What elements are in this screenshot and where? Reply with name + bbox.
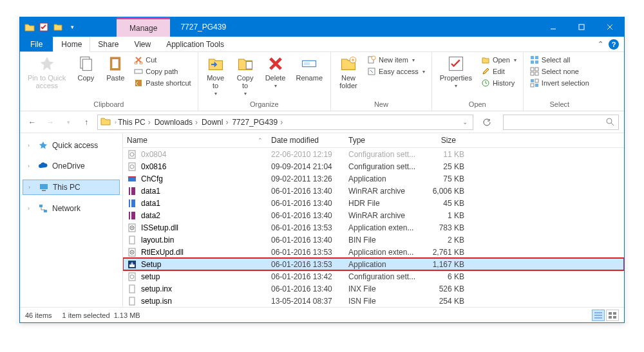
invert-selection-button[interactable]: Invert selection: [527, 78, 592, 88]
svg-point-31: [607, 118, 612, 124]
column-size[interactable]: Size: [421, 133, 460, 147]
tree-this-pc[interactable]: › This PC: [23, 180, 120, 195]
svg-rect-1: [579, 24, 584, 30]
file-row[interactable]: 0x080422-06-2010 12:19Configuration sett…: [123, 148, 624, 160]
column-name[interactable]: Name ⌃: [123, 133, 267, 147]
file-type-icon: [127, 198, 137, 208]
new-item-button[interactable]: New item ▾: [365, 55, 428, 65]
help-icon[interactable]: ?: [609, 39, 619, 50]
column-type[interactable]: Type: [345, 133, 421, 147]
contextual-tab-manage[interactable]: Manage: [117, 17, 170, 37]
ribbon-group-new: New folder New item ▾ Easy access ▾ New: [331, 52, 432, 111]
tree-quick-access[interactable]: › Quick access: [23, 138, 120, 153]
chevron-down-icon: ▾: [455, 83, 457, 89]
icons-view-button[interactable]: [606, 310, 619, 321]
qat-dropdown-icon[interactable]: ▾: [66, 21, 78, 33]
file-row[interactable]: RtlExUpd.dll06-01-2016 13:53Application …: [123, 246, 624, 258]
file-type: Application exten...: [348, 248, 424, 257]
file-type: BIN File: [348, 236, 424, 245]
new-folder-button[interactable]: New folder: [335, 53, 362, 91]
refresh-button[interactable]: [480, 115, 494, 129]
crumb-7727[interactable]: 7727_PG439: [232, 118, 285, 127]
svg-rect-19: [531, 56, 534, 59]
svg-rect-25: [531, 72, 534, 75]
forward-button[interactable]: →: [43, 115, 57, 129]
chevron-down-icon: ▾: [274, 83, 277, 89]
tab-view[interactable]: View: [126, 37, 158, 51]
tab-application-tools[interactable]: Application Tools: [158, 37, 232, 51]
address-dropdown-icon[interactable]: ⌄: [462, 118, 470, 125]
column-date[interactable]: Date modified: [267, 133, 345, 147]
close-button[interactable]: [596, 17, 624, 37]
properties-button[interactable]: Properties ▾: [436, 53, 476, 90]
rename-button[interactable]: Rename: [292, 53, 327, 83]
chevron-down-icon: ▾: [412, 57, 415, 63]
expand-icon[interactable]: ›: [28, 142, 34, 149]
file-type: Application: [348, 174, 424, 183]
file-row[interactable]: Setup06-01-2016 13:53Application1,167 KB: [123, 258, 624, 270]
paste-button[interactable]: Paste: [102, 53, 129, 83]
ribbon-group-label: New: [335, 100, 428, 109]
copy-to-button[interactable]: Copy to ▾: [232, 53, 259, 98]
tree-network[interactable]: › Network: [23, 201, 120, 216]
expand-icon[interactable]: ›: [28, 205, 34, 212]
tab-file[interactable]: File: [20, 37, 53, 51]
file-list: Name ⌃ Date modified Type Size 0x080422-…: [123, 133, 624, 307]
file-row[interactable]: setup.isn13-05-2014 08:37ISN File254 KB: [123, 295, 624, 307]
file-date: 06-01-2016 13:53: [271, 223, 348, 232]
details-view-button[interactable]: [592, 310, 605, 321]
file-type-icon: [127, 272, 137, 282]
file-date: 06-01-2016 13:40: [271, 236, 348, 245]
copy-path-button[interactable]: Copy path: [131, 66, 193, 77]
file-row[interactable]: data106-01-2016 13:40HDR File45 KB: [123, 197, 624, 209]
ribbon-tabs: File Home Share View Application Tools ⌃…: [20, 37, 624, 52]
collapse-ribbon-icon[interactable]: ⌃: [598, 40, 603, 48]
expand-icon[interactable]: ›: [28, 163, 34, 169]
file-row[interactable]: ChCfg09-02-2011 13:26Application75 KB: [123, 172, 624, 185]
pin-to-quick-access-button[interactable]: Pin to Quick access: [24, 53, 70, 91]
up-button[interactable]: ↑: [79, 115, 93, 129]
file-row[interactable]: layout.bin06-01-2016 13:40BIN File2 KB: [123, 234, 624, 246]
file-name: ChCfg: [141, 174, 271, 183]
tab-home[interactable]: Home: [53, 37, 90, 52]
tab-share[interactable]: Share: [90, 37, 126, 51]
copy-button[interactable]: Copy: [72, 53, 99, 83]
cut-button[interactable]: Cut: [131, 55, 193, 65]
file-row[interactable]: setup.inx06-01-2016 13:40INX File526 KB: [123, 283, 624, 295]
open-button[interactable]: Open ▾: [478, 55, 519, 65]
file-date: 06-01-2016 13:40: [271, 187, 348, 196]
minimize-button[interactable]: [539, 17, 567, 37]
crumb-this-pc[interactable]: This PC: [118, 118, 153, 127]
search-input[interactable]: [503, 115, 619, 130]
history-button[interactable]: History: [478, 78, 519, 88]
tree-onedrive[interactable]: › OneDrive: [23, 159, 120, 173]
crumb-downloads[interactable]: Downloads: [155, 118, 200, 127]
file-row[interactable]: data206-01-2016 13:40WinRAR archive1 KB: [123, 209, 624, 221]
expand-icon[interactable]: ›: [28, 184, 35, 190]
svg-rect-65: [609, 316, 612, 319]
back-button[interactable]: ←: [25, 115, 39, 129]
svg-rect-3: [83, 59, 92, 71]
recent-dropdown[interactable]: ▾: [61, 115, 75, 129]
breadcrumb[interactable]: › This PC Downloads Downl 7727_PG439 ⌄: [97, 115, 473, 130]
easy-access-button[interactable]: Easy access ▾: [365, 66, 428, 77]
properties-icon[interactable]: [38, 21, 50, 33]
maximize-button[interactable]: [567, 17, 596, 37]
file-name: setup.inx: [141, 284, 271, 293]
file-row[interactable]: 0x081609-09-2014 21:04Configuration sett…: [123, 160, 624, 172]
paste-shortcut-button[interactable]: Paste shortcut: [131, 78, 193, 88]
file-row[interactable]: setup06-01-2016 13:42Configuration sett.…: [123, 270, 624, 283]
network-icon: [38, 203, 48, 214]
file-row[interactable]: ISSetup.dll06-01-2016 13:53Application e…: [123, 221, 624, 234]
edit-button[interactable]: Edit: [478, 66, 519, 77]
select-all-button[interactable]: Select all: [527, 55, 592, 65]
file-name: data1: [141, 187, 271, 196]
file-row[interactable]: data106-01-2016 13:40WinRAR archive6,006…: [123, 185, 624, 197]
move-to-button[interactable]: Move to ▾: [202, 53, 229, 98]
select-none-button[interactable]: Select none: [527, 66, 592, 77]
delete-button[interactable]: Delete ▾: [261, 53, 290, 90]
crumb-downl[interactable]: Downl: [202, 118, 231, 127]
file-size: 1,167 KB: [424, 260, 464, 269]
status-bar: 46 items 1 item selected 1.13 MB: [20, 307, 624, 322]
svg-rect-51: [129, 236, 135, 244]
